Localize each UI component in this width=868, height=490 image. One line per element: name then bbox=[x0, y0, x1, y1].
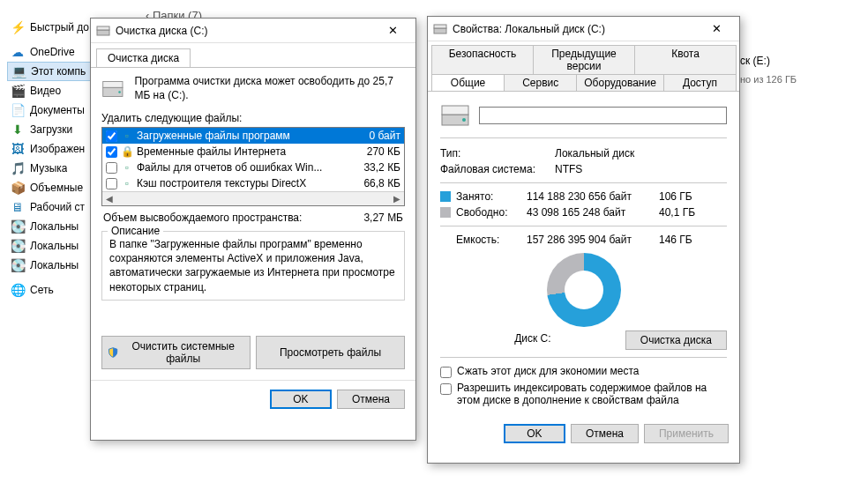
used-color-swatch bbox=[440, 191, 451, 202]
tab-Безопасность[interactable]: Безопасность bbox=[431, 45, 534, 74]
volume-label-input[interactable] bbox=[479, 107, 727, 124]
index-checkbox[interactable] bbox=[440, 383, 452, 395]
svg-point-9 bbox=[462, 118, 466, 122]
compress-checkbox-row[interactable]: Сжать этот диск для экономии места bbox=[440, 365, 727, 378]
clean-system-files-button[interactable]: Очистить системные файлы bbox=[101, 336, 251, 369]
sidebar-label: Объемные bbox=[30, 182, 83, 194]
disk-cleanup-dialog: Очистка диска (C:) ✕ Очистка диска Прогр… bbox=[90, 18, 416, 441]
svg-rect-6 bbox=[434, 25, 446, 28]
used-gb: 106 ГБ bbox=[659, 190, 712, 203]
tab-Общие[interactable]: Общие bbox=[431, 74, 505, 91]
file-checkbox[interactable] bbox=[106, 178, 117, 189]
sidebar-icon: 💽 bbox=[11, 239, 25, 253]
sidebar-icon: 🎵 bbox=[11, 161, 25, 175]
close-button[interactable]: ✕ bbox=[699, 19, 734, 39]
sidebar-icon: 🎬 bbox=[11, 84, 25, 98]
sidebar-label: OneDrive bbox=[30, 46, 75, 58]
sidebar-label: Загрузки bbox=[30, 123, 72, 136]
file-size: 270 КБ bbox=[344, 145, 400, 158]
file-icon: ▫ bbox=[121, 130, 133, 142]
sidebar-label: Локальны bbox=[30, 240, 79, 252]
file-checkbox[interactable] bbox=[106, 162, 117, 174]
capacity-label: Емкость: bbox=[456, 234, 527, 246]
compress-checkbox[interactable] bbox=[440, 367, 452, 378]
cleanup-tabs: Очистка диска bbox=[91, 43, 415, 68]
sidebar-icon: 🖥 bbox=[11, 200, 25, 214]
files-to-delete-label: Удалить следующие файлы: bbox=[101, 112, 405, 124]
file-icon: ▫ bbox=[121, 161, 133, 174]
compress-label: Сжать этот диск для экономии места bbox=[457, 365, 639, 377]
sidebar-icon: 💻 bbox=[11, 64, 26, 78]
drive-e-sub: но из 126 ГБ bbox=[740, 74, 797, 85]
used-label: Занято: bbox=[456, 190, 527, 203]
file-checkbox[interactable] bbox=[106, 130, 117, 142]
file-size: 0 байт bbox=[344, 130, 400, 142]
sidebar-label: Музыка bbox=[30, 162, 67, 174]
svg-point-4 bbox=[118, 91, 121, 93]
ok-button[interactable]: OK bbox=[270, 390, 332, 409]
sidebar-icon: 📄 bbox=[11, 103, 25, 117]
file-checkbox[interactable] bbox=[106, 146, 117, 158]
cleanup-summary: Программа очистки диска может освободить… bbox=[134, 75, 405, 102]
file-row-0[interactable]: ▫Загруженные файлы программ0 байт bbox=[102, 128, 404, 144]
tab-Доступ[interactable]: Доступ bbox=[663, 74, 737, 91]
freed-space-value: 3,27 МБ bbox=[363, 212, 403, 224]
sidebar-label: Локальны bbox=[30, 220, 79, 233]
description-title: Описание bbox=[108, 225, 163, 237]
file-row-1[interactable]: 🔒Временные файлы Интернета270 КБ bbox=[102, 144, 404, 160]
svg-rect-1 bbox=[97, 26, 109, 30]
disk-cleanup-button[interactable]: Очистка диска bbox=[625, 330, 727, 350]
freed-space-label: Объем высвобождаемого пространства: bbox=[103, 212, 302, 224]
drive-icon bbox=[433, 22, 447, 36]
svg-rect-5 bbox=[434, 28, 446, 33]
cancel-button[interactable]: Отмена bbox=[337, 390, 405, 409]
tab-Квота[interactable]: Квота bbox=[634, 45, 737, 74]
file-icon: 🔒 bbox=[121, 145, 133, 158]
sidebar-label: Локальны bbox=[30, 259, 79, 271]
sidebar-icon: 🌐 bbox=[11, 283, 25, 297]
tab-Предыдущие версии[interactable]: Предыдущие версии bbox=[533, 45, 635, 74]
sidebar-icon: ☁ bbox=[11, 45, 25, 59]
file-row-2[interactable]: ▫Файлы для отчетов об ошибках Win...33,2… bbox=[102, 160, 404, 175]
index-label: Разрешить индексировать содержимое файло… bbox=[457, 382, 727, 406]
used-bytes: 114 188 230 656 байт bbox=[527, 190, 659, 203]
free-bytes: 43 098 165 248 байт bbox=[527, 206, 659, 219]
file-name: Файлы для отчетов об ошибках Win... bbox=[137, 161, 344, 174]
drive-large-icon bbox=[440, 100, 470, 130]
free-gb: 40,1 ГБ bbox=[659, 206, 712, 219]
tab-cleanup[interactable]: Очистка диска bbox=[96, 48, 191, 67]
fs-value: NTFS bbox=[555, 163, 727, 175]
sidebar-icon: 🖼 bbox=[11, 142, 25, 156]
sidebar-label: Этот компь bbox=[31, 65, 86, 78]
svg-rect-0 bbox=[97, 30, 109, 35]
file-name: Временные файлы Интернета bbox=[137, 145, 344, 158]
sidebar-icon: 💽 bbox=[11, 219, 25, 234]
drive-cleanup-icon bbox=[101, 75, 125, 103]
capacity-bytes: 157 286 395 904 байт bbox=[527, 234, 659, 246]
fs-label: Файловая система: bbox=[440, 163, 555, 175]
tab-Оборудование[interactable]: Оборудование bbox=[576, 74, 664, 91]
cancel-button[interactable]: Отмена bbox=[571, 424, 639, 443]
index-checkbox-row[interactable]: Разрешить индексировать содержимое файло… bbox=[440, 382, 727, 406]
drive-e-label[interactable]: ск (E:) bbox=[740, 55, 770, 67]
props-tabs: БезопасностьПредыдущие версииКвотаОбщиеС… bbox=[428, 41, 739, 92]
list-scrollbar[interactable]: ◀▶ bbox=[102, 191, 404, 205]
props-titlebar[interactable]: Свойства: Локальный диск (C:) ✕ bbox=[428, 17, 739, 41]
cleanup-titlebar[interactable]: Очистка диска (C:) ✕ bbox=[91, 19, 415, 43]
close-button[interactable]: ✕ bbox=[375, 21, 410, 41]
sidebar-label: Видео bbox=[30, 85, 61, 97]
cleanup-file-list[interactable]: ▫Загруженные файлы программ0 байт🔒Времен… bbox=[101, 127, 405, 206]
tab-Сервис[interactable]: Сервис bbox=[504, 74, 577, 91]
file-name: Загруженные файлы программ bbox=[137, 130, 344, 142]
type-label: Тип: bbox=[440, 147, 555, 160]
file-row-3[interactable]: ▫Кэш построителя текстуры DirectX66,8 КБ bbox=[102, 175, 404, 191]
sidebar-icon: ⬇ bbox=[11, 122, 25, 137]
shield-icon bbox=[108, 346, 118, 359]
sidebar-label: Быстрый до bbox=[30, 21, 89, 33]
drive-icon bbox=[96, 24, 110, 38]
description-text: В папке "Загруженные файлы программ" вре… bbox=[109, 237, 397, 294]
props-title: Свойства: Локальный диск (C:) bbox=[453, 23, 699, 35]
ok-button[interactable]: OK bbox=[504, 424, 565, 443]
apply-button[interactable]: Применить bbox=[644, 424, 729, 443]
view-files-button[interactable]: Просмотреть файлы bbox=[256, 336, 405, 369]
